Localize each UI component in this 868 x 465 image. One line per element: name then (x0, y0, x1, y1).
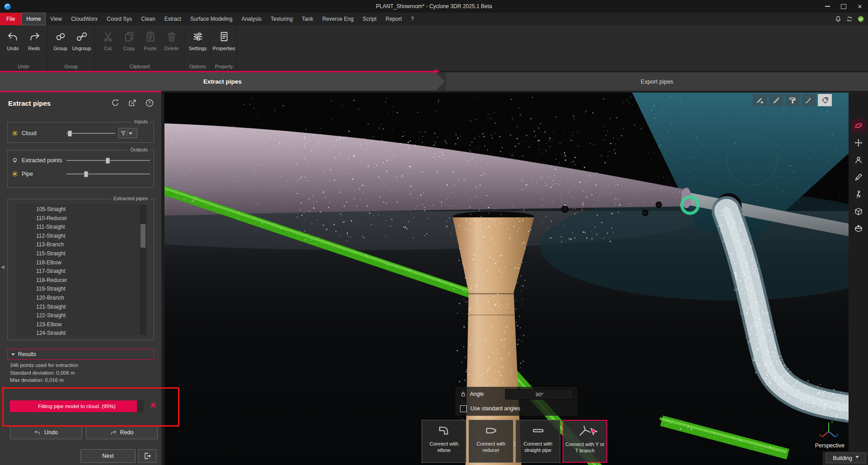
bulb-icon[interactable] (11, 157, 19, 164)
angle-input[interactable]: 90° (505, 389, 574, 399)
cloud-filter-button[interactable] (118, 128, 137, 138)
extracted-pipes-list[interactable]: 105-Straight 110-Reducer 111-Straight 11… (17, 205, 146, 335)
sun-icon[interactable] (11, 170, 19, 178)
group-button[interactable]: Group (50, 28, 71, 63)
pipe-list-item[interactable]: 122-Straight (17, 311, 146, 320)
menu-item-analysis[interactable]: Analysis (237, 13, 266, 25)
pipe-list-item[interactable]: 121-Straight (17, 303, 146, 312)
orbit-icon[interactable] (852, 119, 865, 132)
settings-button[interactable]: Settings (187, 28, 208, 63)
menu-item-clean[interactable]: Clean (136, 13, 160, 25)
pipe-opacity-slider[interactable] (66, 171, 150, 177)
pipe-list-item[interactable]: 111-Straight (17, 223, 146, 232)
connect-with-elbow-button[interactable]: Connect with elbow (422, 420, 466, 463)
magic-wand-icon[interactable] (802, 94, 816, 106)
ungroup-button[interactable]: Ungroup (71, 28, 92, 63)
connect-with-reducer-button[interactable]: Connect with reducer (469, 420, 513, 463)
sync-icon[interactable] (846, 15, 853, 23)
ribbon-group-label: Property (211, 63, 237, 71)
list-scrollbar[interactable] (140, 205, 146, 335)
step-label: Export pipes (641, 78, 673, 85)
menu-item-texturing[interactable]: Texturing (266, 13, 297, 25)
ribbon-group-options: Settings Options (185, 25, 211, 71)
undo-button[interactable]: Undo (2, 28, 23, 63)
pipe-list-item[interactable]: 113-Branch (17, 240, 146, 249)
ribbon-group-label: Group (47, 63, 94, 71)
menu-item-surface-modeling[interactable]: Surface Modeling (186, 13, 237, 25)
sliders-icon (192, 31, 204, 42)
finish-step-button[interactable] (138, 449, 157, 463)
menu-item-help[interactable]: ? (406, 13, 418, 25)
walk-mode-icon[interactable] (852, 188, 865, 201)
pipe-list-item[interactable]: 124-Straight (17, 329, 146, 335)
progress-label: Fitting pipe model to cloud. (95%) (10, 400, 144, 412)
results-header[interactable]: Results (7, 349, 154, 360)
pipe-list-item[interactable]: 120-Branch (17, 294, 146, 303)
bell-icon[interactable] (835, 15, 842, 23)
pipe-list-item[interactable]: 118-Reducer (17, 276, 146, 285)
recompute-icon[interactable] (111, 99, 120, 108)
status-badge-icon[interactable] (857, 15, 864, 23)
panel-undo-button[interactable]: Undo (10, 426, 82, 439)
menu-item-report[interactable]: Report (381, 13, 406, 25)
pipe-list-item[interactable]: 117-Straight (17, 267, 146, 276)
export-icon[interactable] (128, 99, 137, 108)
pipe-list-item[interactable]: 116-Elbow (17, 258, 146, 268)
pipe-list-item[interactable]: 119-Straight (17, 285, 146, 294)
cut-icon (102, 31, 114, 42)
axis-gizmo[interactable]: Y X Z (818, 419, 839, 440)
application-window: PLANT_Showroom* - Cyclone 3DR 2025.1 Bet… (0, 0, 868, 465)
button-label: Connect with reducer (469, 441, 513, 453)
redo-button[interactable]: Redo (23, 28, 45, 63)
pipe-list-item[interactable]: 110-Reducer (17, 214, 146, 223)
scrollbar-thumb[interactable] (141, 224, 145, 248)
next-button[interactable]: Next (80, 449, 136, 463)
menu-item-tank[interactable]: Tank (297, 13, 318, 25)
close-button[interactable]: × (852, 0, 868, 13)
extracted-points-slider[interactable] (66, 157, 150, 164)
pan-icon[interactable] (852, 136, 865, 150)
button-label: Ungroup (72, 46, 91, 51)
building-mode-button[interactable]: Building (826, 453, 866, 463)
measure-add-icon[interactable] (753, 94, 767, 106)
observer-icon[interactable] (852, 153, 865, 167)
button-label: Properties (212, 46, 235, 51)
properties-button[interactable]: Properties (213, 28, 235, 63)
connect-with-y-or-t-branch-button[interactable]: Connect with Y or T branch (563, 420, 607, 463)
menu-item-view[interactable]: View (46, 13, 66, 25)
panel-title: Extract pipes (8, 99, 111, 107)
step-export-pipes[interactable]: Export pipes (446, 72, 868, 91)
help-icon[interactable] (145, 99, 154, 108)
pipe-list-item[interactable]: 115-Straight (17, 249, 146, 258)
button-label: Building (833, 455, 852, 461)
cloud-opacity-slider[interactable] (66, 130, 115, 136)
pipe-list-item[interactable]: 105-Straight (17, 205, 146, 214)
paint-roller-icon[interactable] (785, 94, 799, 106)
menu-item-extract[interactable]: Extract (160, 13, 186, 25)
step-extract-pipes[interactable]: Extract pipes (0, 72, 445, 91)
tag-icon[interactable] (818, 94, 832, 106)
cancel-fitting-button[interactable]: × (147, 399, 159, 411)
menu-item-reverse-eng[interactable]: Reverse Eng (318, 13, 358, 25)
button-label: Group (53, 46, 67, 51)
use-standard-angles-checkbox[interactable] (460, 405, 467, 412)
cube-view-icon[interactable] (852, 205, 865, 218)
menu-item-script[interactable]: Script (358, 13, 381, 25)
section-icon[interactable] (852, 222, 865, 235)
measure-icon[interactable] (769, 94, 783, 106)
pipe-list-item[interactable]: 123-Elbow (17, 320, 146, 329)
menu-item-coord-sys[interactable]: Coord Sys (102, 13, 136, 25)
menu-item-file[interactable]: File (0, 13, 21, 25)
minimize-button[interactable] (819, 0, 835, 13)
menu-item-cloudworx[interactable]: CloudWorx (66, 13, 102, 25)
panel-redo-button[interactable]: Redo (86, 426, 158, 439)
menu-item-home[interactable]: Home (21, 13, 46, 25)
pipe-list-item[interactable]: 112-Straight (17, 232, 146, 241)
connect-with-straight-pipe-button[interactable]: Connect with straight pipe (516, 420, 560, 463)
sketch-icon[interactable] (852, 170, 865, 184)
button-label: Settings (189, 46, 207, 51)
lock-icon[interactable] (460, 391, 466, 397)
maximize-button[interactable] (835, 0, 852, 13)
sun-icon[interactable] (11, 130, 19, 137)
collapse-panel-arrow[interactable]: ◀ (1, 264, 5, 269)
